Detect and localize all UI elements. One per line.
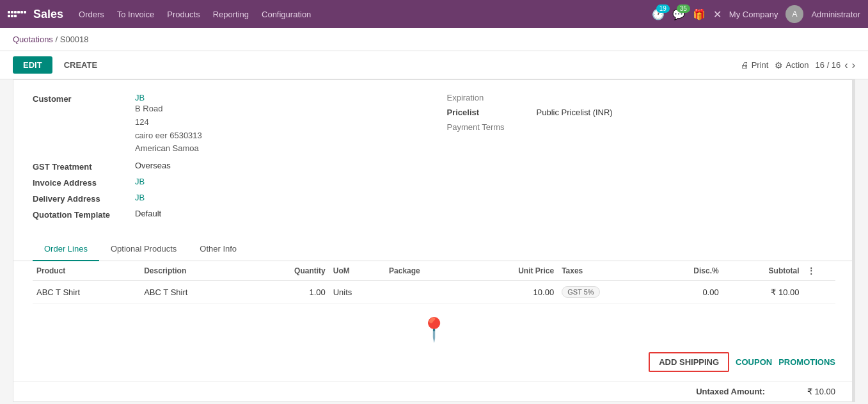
form-right: Expiration Pricelist Public Pricelist (I… bbox=[447, 93, 836, 225]
customer-row: Customer JB B Road124cairo eer 6530313Am… bbox=[33, 93, 422, 156]
brand-name: Sales bbox=[33, 8, 63, 21]
nav-products[interactable]: Products bbox=[167, 10, 200, 19]
expiration-row: Expiration bbox=[447, 93, 836, 102]
nav-reporting[interactable]: Reporting bbox=[213, 10, 249, 19]
order-lines-table: Product Description Quantity UoM Package… bbox=[33, 261, 835, 303]
pricelist-row: Pricelist Public Pricelist (INR) bbox=[447, 108, 836, 117]
action-bar: EDIT CREATE 🖨 Print ⚙ Action 16 / 16 ‹ › bbox=[0, 51, 868, 79]
next-page-button[interactable]: › bbox=[852, 60, 855, 71]
col-taxes: Taxes bbox=[558, 261, 654, 281]
invoice-address-row: Invoice Address JB bbox=[33, 177, 422, 188]
clock-badge-count: 19 bbox=[656, 4, 670, 13]
col-uom: UoM bbox=[329, 261, 385, 281]
totals-row: Untaxed Amount: ₹ 10.00 bbox=[13, 381, 855, 401]
cell-taxes: GST 5% bbox=[558, 281, 654, 303]
quotation-template-row: Quotation Template Default bbox=[33, 209, 422, 220]
print-label: Print bbox=[752, 60, 769, 70]
expiration-label: Expiration bbox=[447, 93, 537, 102]
quotation-template-value: Default bbox=[135, 209, 161, 218]
delivery-address-label: Delivery Address bbox=[33, 193, 135, 204]
tax-badge[interactable]: GST 5% bbox=[562, 286, 599, 298]
scroll-indicator[interactable] bbox=[852, 80, 855, 401]
col-description: Description bbox=[140, 261, 248, 281]
map-area: 📍 bbox=[13, 303, 855, 343]
col-product: Product bbox=[33, 261, 140, 281]
cell-disc: 0.00 bbox=[654, 281, 723, 303]
order-table-wrapper: Product Description Quantity UoM Package… bbox=[13, 261, 855, 303]
cell-unit-price: 10.00 bbox=[466, 281, 558, 303]
nav-orders[interactable]: Orders bbox=[79, 10, 104, 19]
payment-terms-label: Payment Terms bbox=[447, 122, 537, 132]
customer-name-link[interactable]: JB bbox=[135, 93, 202, 102]
cell-row-action bbox=[803, 281, 835, 303]
col-subtotal: Subtotal bbox=[723, 261, 803, 281]
nav-right-icons: 🕐 19 💬 35 🎁 ✕ My Company A Administrator bbox=[652, 5, 860, 23]
col-disc: Disc.% bbox=[654, 261, 723, 281]
invoice-address-label: Invoice Address bbox=[33, 177, 135, 188]
create-button[interactable]: CREATE bbox=[59, 56, 102, 74]
pricelist-label: Pricelist bbox=[447, 108, 537, 117]
cell-package bbox=[385, 281, 466, 303]
gst-label: GST Treatment bbox=[33, 161, 135, 172]
cell-description: ABC T Shirt bbox=[140, 281, 248, 303]
tab-order-lines[interactable]: Order Lines bbox=[33, 238, 99, 261]
company-name: My Company bbox=[729, 10, 778, 19]
coupon-button[interactable]: COUPON bbox=[736, 357, 772, 367]
chat-notification[interactable]: 💬 35 bbox=[672, 8, 685, 20]
print-button[interactable]: 🖨 Print bbox=[741, 60, 769, 70]
breadcrumb-separator: / bbox=[56, 35, 60, 44]
tabs-bar: Order Lines Optional Products Other Info bbox=[13, 238, 855, 261]
map-pin-icon: 📍 bbox=[420, 316, 448, 343]
untaxed-amount-label: Untaxed Amount: bbox=[696, 387, 765, 396]
main-content: Customer JB B Road124cairo eer 6530313Am… bbox=[0, 79, 868, 402]
untaxed-amount-value: ₹ 10.00 bbox=[784, 387, 835, 396]
customer-label: Customer bbox=[33, 93, 135, 104]
breadcrumb-parent[interactable]: Quotations bbox=[13, 35, 53, 44]
nav-configuration[interactable]: Configuration bbox=[262, 10, 311, 19]
app-grid-icon[interactable] bbox=[8, 11, 26, 17]
chat-badge-count: 35 bbox=[677, 4, 690, 13]
cell-product[interactable]: ABC T Shirt bbox=[33, 281, 140, 303]
gear-icon: ⚙ bbox=[775, 60, 783, 70]
nav-to-invoice[interactable]: To Invoice bbox=[117, 10, 155, 19]
gift-icon[interactable]: 🎁 bbox=[693, 8, 706, 20]
delivery-address-value[interactable]: JB bbox=[135, 193, 145, 202]
col-actions: ⋮ bbox=[803, 261, 835, 281]
prev-page-button[interactable]: ‹ bbox=[844, 60, 848, 71]
customer-address: B Road124cairo eer 6530313American Samoa bbox=[135, 102, 202, 156]
form-card: Customer JB B Road124cairo eer 6530313Am… bbox=[13, 79, 855, 402]
promotions-button[interactable]: PROMOTIONS bbox=[778, 357, 835, 367]
quotation-template-label: Quotation Template bbox=[33, 209, 135, 220]
invoice-address-value[interactable]: JB bbox=[135, 177, 145, 186]
payment-terms-row: Payment Terms bbox=[447, 122, 836, 132]
user-name: Administrator bbox=[811, 10, 860, 19]
gst-row: GST Treatment Overseas bbox=[33, 161, 422, 172]
delivery-address-row: Delivery Address JB bbox=[33, 193, 422, 204]
cell-quantity: 1.00 bbox=[248, 281, 329, 303]
cell-subtotal: ₹ 10.00 bbox=[723, 281, 803, 303]
breadcrumb: Quotations / S00018 bbox=[0, 28, 868, 51]
add-shipping-button[interactable]: ADD SHIPPING bbox=[649, 352, 729, 372]
col-unit-price: Unit Price bbox=[466, 261, 558, 281]
user-avatar[interactable]: A bbox=[785, 5, 803, 23]
clock-notification[interactable]: 🕐 19 bbox=[652, 8, 665, 20]
print-icon: 🖨 bbox=[741, 60, 749, 70]
tab-other-info[interactable]: Other Info bbox=[188, 238, 248, 261]
form-left: Customer JB B Road124cairo eer 6530313Am… bbox=[33, 93, 422, 225]
close-icon[interactable]: ✕ bbox=[713, 8, 722, 20]
pricelist-value: Public Pricelist (INR) bbox=[537, 108, 613, 117]
cell-uom: Units bbox=[329, 281, 385, 303]
table-row: ABC T Shirt ABC T Shirt 1.00 Units 10.00… bbox=[33, 281, 835, 303]
action-button[interactable]: ⚙ Action bbox=[775, 60, 809, 70]
edit-button[interactable]: EDIT bbox=[13, 56, 52, 74]
action-label: Action bbox=[785, 60, 809, 70]
breadcrumb-current: S00018 bbox=[60, 35, 89, 44]
form-body: Customer JB B Road124cairo eer 6530313Am… bbox=[13, 80, 855, 238]
pagination-info: 16 / 16 bbox=[816, 60, 841, 70]
customer-value: JB B Road124cairo eer 6530313American Sa… bbox=[135, 93, 202, 156]
tab-optional-products[interactable]: Optional Products bbox=[99, 238, 188, 261]
col-quantity: Quantity bbox=[248, 261, 329, 281]
col-package: Package bbox=[385, 261, 466, 281]
top-navigation: Sales Orders To Invoice Products Reporti… bbox=[0, 0, 868, 28]
gst-value: Overseas bbox=[135, 161, 171, 170]
